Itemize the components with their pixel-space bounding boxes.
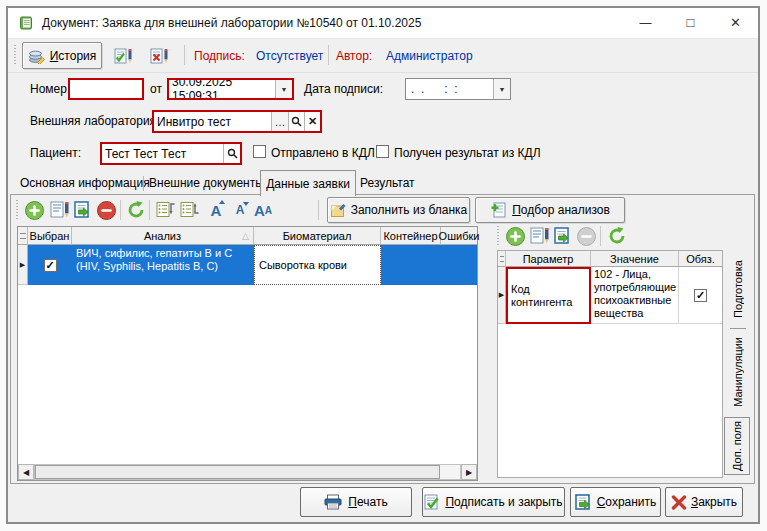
column-header-container[interactable]: Контейнер [381,227,441,245]
params-menu-grip[interactable] [498,251,506,267]
patient-input[interactable]: Тест Тест Тест [100,142,242,165]
fill-from-blank-button[interactable]: Заполнить из бланка [327,197,470,223]
sign-date-label: Дата подписи: [304,82,383,96]
sign-document-button[interactable] [112,44,136,68]
scroll-left-button[interactable]: ◀ [18,464,34,480]
toolbar-grip [14,45,16,65]
tab-result[interactable]: Результат [360,176,415,190]
maximize-button[interactable]: □ [668,8,713,37]
cell-analysis[interactable]: ВИЧ, сифилис, гепатиты B и C (HIV, Syphi… [72,245,254,285]
delete-param-button-disabled [574,224,598,248]
params-grid: Параметр Значение Обяз. ▶ Код контингент… [497,250,723,478]
close-button[interactable]: Закрыть [665,487,743,517]
cell-container[interactable] [381,245,441,285]
column-header-analysis[interactable]: Анализ △ [72,227,254,245]
patient-value: Тест Тест Тест [102,147,223,161]
tab-request-data-label: Данные заявки [266,177,350,191]
side-tab-preparation[interactable]: Подготовка [726,252,750,325]
cell-value[interactable]: 102 - Лица, употребляющие психоактивные … [591,267,679,324]
document-date-dropdown-button[interactable]: ▼ [275,80,292,98]
export-param-button[interactable] [551,224,575,248]
edit-document-icon [530,227,550,245]
font-size-icon: A [254,203,265,218]
scroll-right-button[interactable]: ▶ [461,464,477,480]
document-date-input[interactable]: 30.09.2025 15:09:31 ▼ [167,78,294,100]
export-row-button[interactable] [71,198,95,222]
add-row-button[interactable] [22,198,46,222]
save-button[interactable]: Сохранить [570,487,661,517]
patient-search-button[interactable] [223,144,240,163]
number-label: Номер: [30,82,70,96]
save-arrow-icon [74,201,93,219]
cell-errors[interactable] [441,245,477,285]
font-size-button[interactable]: AA [251,198,275,222]
print-button[interactable]: Печать [300,487,412,517]
column-header-errors[interactable]: Ошибки [441,227,477,245]
lab-search-button[interactable] [288,112,304,131]
font-increase-button[interactable]: A [204,198,228,222]
signature-value: Отсутствует [256,49,323,63]
document-x-icon [150,48,170,65]
red-x-icon [671,495,687,510]
patient-label: Пациент: [30,146,81,160]
edit-param-button[interactable] [528,224,552,248]
refresh-params-button[interactable] [605,224,629,248]
tab-request-data[interactable]: Данные заявки [260,170,356,196]
tab-main-info[interactable]: Основная информация [20,176,150,190]
toolbar-separator [318,200,319,220]
cell-selected-checkbox[interactable]: ✓ [28,245,72,285]
save-arrow-icon [554,227,573,245]
history-button[interactable]: История [22,42,102,69]
grid-toolbar-grip [16,200,18,220]
cell-required[interactable]: ✓ [679,267,722,324]
sign-date-input[interactable]: . . : : ▼ [405,78,511,100]
sign-and-close-button[interactable]: Подписать и закрыть [422,487,565,517]
add-param-button[interactable] [503,224,527,248]
copy-list-button[interactable] [154,198,178,222]
window-title: Документ: Заявка для внешней лаборатории… [42,16,421,30]
paste-list-button[interactable] [178,198,202,222]
side-tab-manipulations[interactable]: Манипуляции [726,331,750,413]
column-header-parameter[interactable]: Параметр [506,251,591,267]
grid-menu-grip[interactable] [18,227,28,245]
list-arrow-down-icon [180,201,200,219]
select-tests-button[interactable]: Подбор анализов [475,197,625,223]
result-received-checkbox[interactable] [376,145,389,158]
close-window-button[interactable]: ✕ [713,8,758,37]
edit-row-button[interactable] [48,198,72,222]
number-input[interactable] [68,78,144,100]
result-received-label[interactable]: Получен результат из КДЛ [394,146,541,160]
caret-down-icon [243,202,249,206]
from-label: от [150,82,162,96]
print-button-label: Печать [348,495,387,509]
document-check-icon [114,48,134,65]
remove-signature-button[interactable] [148,44,172,68]
param-row-indicator: ▶ [498,267,506,324]
cell-parameter[interactable]: Код контингента [506,267,591,324]
lab-clear-button[interactable]: ✕ [304,112,320,131]
toolbar-separator [149,200,150,220]
lab-ellipsis-button[interactable]: … [271,112,288,131]
cell-biomaterial[interactable]: Сыворотка крови [254,245,381,285]
refresh-button[interactable] [124,198,148,222]
delete-row-button[interactable] [94,198,118,222]
column-header-required[interactable]: Обяз. [679,251,722,267]
column-header-selected[interactable]: Выбран [28,227,72,245]
column-header-value[interactable]: Значение [591,251,679,267]
row-indicator: ▶ [18,245,28,285]
scrollbar-thumb[interactable] [35,465,440,479]
side-tab-additional-fields[interactable]: Доп. поля [724,417,750,475]
sent-to-kdl-checkbox[interactable] [253,145,266,158]
minimize-button[interactable]: — [623,8,668,37]
printer-icon [324,494,342,510]
column-header-biomaterial[interactable]: Биоматериал [254,227,381,245]
tab-external-documents[interactable]: Внешние документы [149,176,264,190]
sign-date-dropdown-button[interactable]: ▼ [493,79,510,99]
side-tab-separator [730,328,746,329]
close-button-label: Закрыть [691,495,737,509]
edit-document-icon [50,201,70,219]
font-decrease-button[interactable]: A [228,198,252,222]
document-window: Документ: Заявка для внешней лаборатории… [8,8,758,522]
external-lab-input[interactable]: Инвитро тест … ✕ [152,110,322,133]
sent-to-kdl-label[interactable]: Отправлено в КДЛ [271,146,375,160]
